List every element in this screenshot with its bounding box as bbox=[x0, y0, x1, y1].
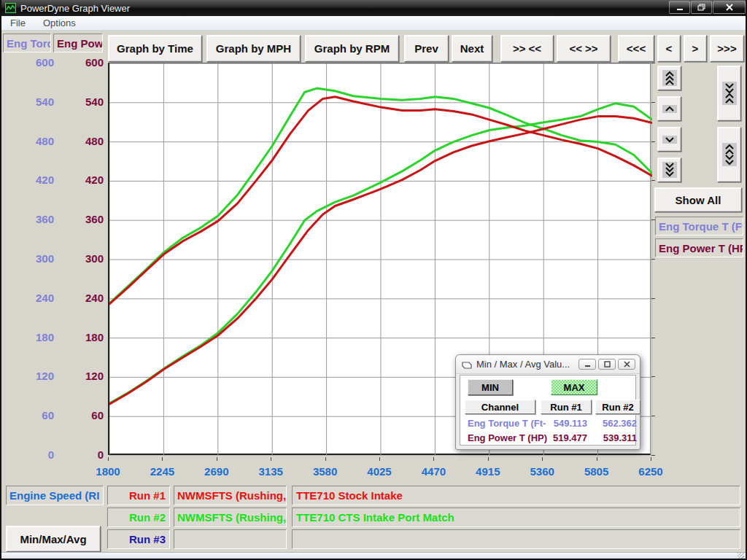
x-tick-label: 1800 bbox=[85, 465, 131, 478]
axis-tab-power[interactable]: Eng Powe bbox=[53, 34, 103, 52]
column-header-run2[interactable]: Run #2 bbox=[595, 400, 640, 414]
max-toggle-button[interactable]: MAX bbox=[551, 379, 597, 395]
x-tick-mark bbox=[597, 457, 597, 461]
scroll-right-button[interactable]: > bbox=[684, 35, 707, 62]
y-tick-label-torque: 120 bbox=[1, 370, 54, 383]
y-scroll-up-button[interactable] bbox=[657, 96, 681, 121]
run3-label: Run #3 bbox=[107, 529, 170, 549]
x-tick-mark bbox=[217, 457, 217, 461]
y-tick-label-power: 480 bbox=[57, 135, 104, 148]
graph-by-rpm-button[interactable]: Graph by RPM bbox=[305, 35, 399, 62]
y-tick-mark bbox=[651, 259, 655, 260]
y-scroll-up-fast-button[interactable] bbox=[657, 66, 681, 90]
maximize-button[interactable] bbox=[691, 1, 712, 14]
scroll-left-button[interactable]: < bbox=[657, 35, 681, 62]
x-tick-label: 2690 bbox=[193, 465, 240, 478]
y-tick-mark bbox=[651, 63, 655, 63]
run2-label: Run #2 bbox=[107, 508, 170, 527]
y-zoom-in-button[interactable] bbox=[717, 66, 741, 121]
y-tick-label-power: 600 bbox=[57, 56, 104, 69]
torque-channel-label[interactable]: Eng Torque T (Ft bbox=[655, 217, 743, 236]
zoom-in-x-button[interactable]: >> << bbox=[500, 35, 554, 62]
run2-file-box[interactable]: NWMSFTS (Rushing, bbox=[174, 508, 287, 527]
minimize-icon bbox=[676, 4, 684, 11]
x-tick-mark bbox=[488, 457, 489, 461]
y-tick-label-torque: 360 bbox=[1, 213, 54, 226]
next-button[interactable]: Next bbox=[452, 35, 492, 62]
x-tick-label: 6250 bbox=[627, 465, 674, 478]
triple-chevron-down-icon bbox=[662, 162, 677, 178]
restore-icon bbox=[604, 361, 611, 368]
y-tick-label-power: 420 bbox=[57, 174, 104, 187]
show-all-button[interactable]: Show All bbox=[654, 187, 742, 212]
minmax-minimize-button[interactable] bbox=[578, 359, 596, 370]
run2-description-box[interactable]: TTE710 CTS Intake Port Match bbox=[292, 508, 740, 527]
y-tick-mark bbox=[651, 102, 655, 103]
y-scroll-down-button[interactable] bbox=[657, 127, 681, 152]
axis-tab-torque[interactable]: Eng Torq bbox=[3, 34, 51, 52]
minimize-button[interactable] bbox=[669, 1, 690, 14]
close-button[interactable] bbox=[713, 1, 746, 14]
y-tick-mark bbox=[651, 416, 655, 416]
x-tick-label: 5360 bbox=[519, 465, 565, 478]
y-tick-label-power: 540 bbox=[57, 96, 104, 109]
minmax-row-torque-run1: 549.113 bbox=[541, 418, 587, 429]
minmax-window-icon bbox=[462, 360, 472, 369]
graph-by-time-button[interactable]: Graph by Time bbox=[108, 35, 202, 62]
y-tick-label-torque: 0 bbox=[1, 448, 54, 462]
close-icon bbox=[726, 4, 733, 11]
y-tick-mark bbox=[651, 298, 655, 299]
x-tick-mark bbox=[379, 457, 380, 461]
y-tick-label-torque: 180 bbox=[1, 331, 54, 344]
minimize-icon bbox=[584, 362, 591, 368]
minmax-row-torque-channel: Eng Torque T (Ft- bbox=[468, 418, 546, 429]
resize-grip[interactable] bbox=[738, 553, 744, 559]
x-tick-label: 2245 bbox=[139, 465, 185, 478]
graph-by-mph-button[interactable]: Graph by MPH bbox=[206, 35, 301, 62]
minmax-window[interactable]: Min / Max / Avg Valu... MIN MAX Channel … bbox=[455, 354, 640, 450]
min-toggle-button[interactable]: MIN bbox=[468, 379, 513, 395]
column-header-run1[interactable]: Run #1 bbox=[541, 400, 592, 414]
run1-label: Run #1 bbox=[107, 486, 170, 505]
y-zoom-out-button[interactable] bbox=[717, 127, 741, 182]
power-channel-label[interactable]: Eng Power T (HP bbox=[655, 238, 743, 257]
x-tick-mark bbox=[325, 457, 326, 461]
x-tick-label: 5805 bbox=[573, 465, 620, 478]
scroll-right-fast-button[interactable]: >>> bbox=[710, 35, 744, 62]
x-tick-mark bbox=[433, 457, 434, 461]
column-header-channel[interactable]: Channel bbox=[465, 400, 535, 414]
minmax-title-bar[interactable]: Min / Max / Avg Valu... bbox=[456, 355, 640, 374]
y-tick-mark bbox=[651, 180, 655, 181]
run3-file-box[interactable] bbox=[174, 529, 287, 549]
y-tick-label-torque: 480 bbox=[1, 135, 54, 148]
y-tick-label-power: 180 bbox=[57, 331, 104, 344]
y-tick-label-power: 60 bbox=[57, 409, 104, 422]
close-icon bbox=[624, 361, 630, 368]
y-scroll-down-fast-button[interactable] bbox=[657, 158, 681, 182]
prev-button[interactable]: Prev bbox=[404, 35, 449, 62]
scroll-left-fast-button[interactable]: <<< bbox=[618, 35, 654, 62]
x-tick-mark bbox=[271, 457, 271, 461]
menu-file[interactable]: File bbox=[1, 18, 34, 28]
minmax-restore-button[interactable] bbox=[598, 359, 616, 370]
chevrons-expand-icon bbox=[722, 143, 737, 166]
maximize-icon bbox=[697, 4, 705, 11]
title-bar[interactable]: PowerDyne Graph Viewer bbox=[0, 0, 747, 16]
y-tick-label-torque: 300 bbox=[1, 252, 54, 265]
menu-options[interactable]: Options bbox=[34, 18, 85, 28]
run3-description-box[interactable] bbox=[292, 529, 740, 549]
y-tick-mark bbox=[651, 455, 655, 456]
y-tick-mark bbox=[651, 338, 655, 338]
x-tick-mark bbox=[651, 457, 651, 461]
run1-description-box[interactable]: TTE710 Stock Intake bbox=[292, 486, 740, 505]
zoom-out-x-button[interactable]: << >> bbox=[557, 35, 611, 62]
x-tick-mark bbox=[542, 457, 543, 461]
run1-file-box[interactable]: NWMSFTS (Rushing, bbox=[174, 486, 287, 505]
engine-speed-label[interactable]: Engine Speed (RI bbox=[6, 486, 104, 505]
status-bar bbox=[1, 552, 746, 559]
minmaxavg-button[interactable]: Min/Max/Avg bbox=[6, 526, 101, 552]
y-tick-mark bbox=[651, 141, 655, 142]
triple-chevron-up-icon bbox=[662, 70, 677, 86]
minmax-close-button[interactable] bbox=[618, 359, 635, 370]
y-tick-label-torque: 60 bbox=[1, 409, 54, 422]
